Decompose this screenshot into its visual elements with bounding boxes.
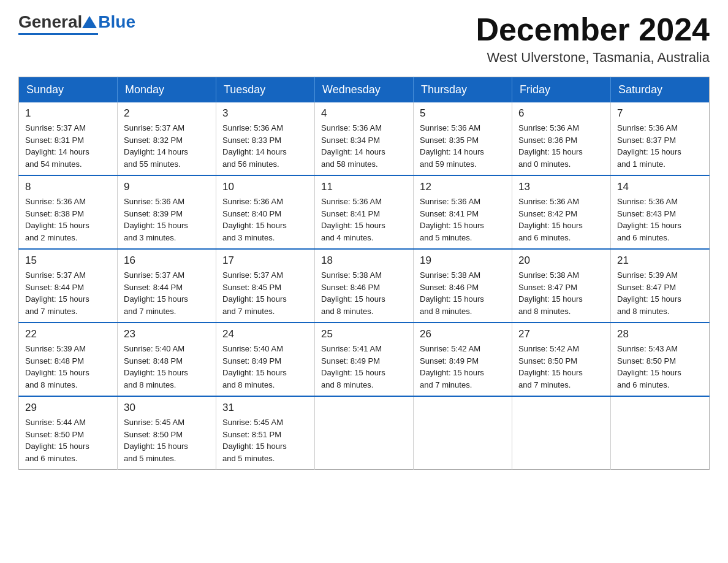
day-number: 28 (617, 328, 703, 340)
logo-blue-text: Blue (98, 12, 135, 32)
day-number: 20 (518, 255, 604, 267)
calendar-cell: 2Sunrise: 5:37 AMSunset: 8:32 PMDaylight… (118, 102, 216, 175)
calendar-cell: 12Sunrise: 5:36 AMSunset: 8:41 PMDayligh… (414, 175, 512, 249)
day-info: Sunrise: 5:36 AMSunset: 8:37 PMDaylight:… (617, 122, 703, 170)
day-info: Sunrise: 5:36 AMSunset: 8:41 PMDaylight:… (321, 196, 407, 243)
calendar-cell: 26Sunrise: 5:42 AMSunset: 8:49 PMDayligh… (414, 323, 512, 396)
calendar-cell: 10Sunrise: 5:36 AMSunset: 8:40 PMDayligh… (216, 175, 315, 249)
day-number: 12 (420, 181, 506, 193)
calendar-cell: 23Sunrise: 5:40 AMSunset: 8:48 PMDayligh… (118, 323, 216, 396)
day-info: Sunrise: 5:45 AMSunset: 8:50 PMDaylight:… (124, 416, 210, 464)
day-info: Sunrise: 5:36 AMSunset: 8:42 PMDaylight:… (518, 196, 604, 243)
day-info: Sunrise: 5:37 AMSunset: 8:45 PMDaylight:… (222, 269, 308, 317)
weekday-header-thursday: Thursday (414, 77, 512, 103)
day-info: Sunrise: 5:37 AMSunset: 8:44 PMDaylight:… (25, 269, 111, 317)
day-info: Sunrise: 5:38 AMSunset: 8:47 PMDaylight:… (518, 269, 604, 317)
calendar-cell: 11Sunrise: 5:36 AMSunset: 8:41 PMDayligh… (315, 175, 414, 249)
day-info: Sunrise: 5:44 AMSunset: 8:50 PMDaylight:… (25, 416, 111, 464)
weekday-header-monday: Monday (118, 77, 216, 103)
day-info: Sunrise: 5:42 AMSunset: 8:50 PMDaylight:… (518, 343, 604, 391)
calendar-cell: 14Sunrise: 5:36 AMSunset: 8:43 PMDayligh… (611, 175, 710, 249)
day-number: 18 (321, 255, 407, 267)
day-number: 14 (617, 181, 703, 193)
calendar-table: SundayMondayTuesdayWednesdayThursdayFrid… (18, 77, 710, 470)
day-number: 17 (222, 255, 308, 267)
calendar-cell: 27Sunrise: 5:42 AMSunset: 8:50 PMDayligh… (512, 323, 611, 396)
title-area: December 2024 West Ulverstone, Tasmania,… (476, 12, 710, 66)
day-number: 15 (25, 255, 111, 267)
day-number: 22 (25, 328, 111, 340)
calendar-week-row: 8Sunrise: 5:36 AMSunset: 8:38 PMDaylight… (19, 175, 710, 249)
day-info: Sunrise: 5:36 AMSunset: 8:41 PMDaylight:… (420, 196, 506, 243)
day-info: Sunrise: 5:40 AMSunset: 8:48 PMDaylight:… (124, 343, 210, 391)
day-number: 6 (518, 107, 604, 120)
calendar-cell: 21Sunrise: 5:39 AMSunset: 8:47 PMDayligh… (611, 249, 710, 323)
calendar-cell (315, 396, 414, 470)
day-number: 9 (124, 181, 210, 193)
day-number: 11 (321, 181, 407, 193)
day-number: 27 (518, 328, 604, 340)
calendar-cell: 16Sunrise: 5:37 AMSunset: 8:44 PMDayligh… (118, 249, 216, 323)
day-info: Sunrise: 5:39 AMSunset: 8:48 PMDaylight:… (25, 343, 111, 391)
weekday-header-wednesday: Wednesday (315, 77, 414, 103)
day-info: Sunrise: 5:36 AMSunset: 8:33 PMDaylight:… (222, 122, 308, 170)
day-info: Sunrise: 5:42 AMSunset: 8:49 PMDaylight:… (420, 343, 506, 391)
calendar-cell: 24Sunrise: 5:40 AMSunset: 8:49 PMDayligh… (216, 323, 315, 396)
calendar-cell: 25Sunrise: 5:41 AMSunset: 8:49 PMDayligh… (315, 323, 414, 396)
calendar-cell: 18Sunrise: 5:38 AMSunset: 8:46 PMDayligh… (315, 249, 414, 323)
day-info: Sunrise: 5:37 AMSunset: 8:32 PMDaylight:… (124, 122, 210, 170)
calendar-week-row: 15Sunrise: 5:37 AMSunset: 8:44 PMDayligh… (19, 249, 710, 323)
calendar-cell: 5Sunrise: 5:36 AMSunset: 8:35 PMDaylight… (414, 102, 512, 175)
day-info: Sunrise: 5:43 AMSunset: 8:50 PMDaylight:… (617, 343, 703, 391)
day-number: 5 (420, 107, 506, 120)
calendar-cell (611, 396, 710, 470)
calendar-cell: 31Sunrise: 5:45 AMSunset: 8:51 PMDayligh… (216, 396, 315, 470)
calendar-week-row: 1Sunrise: 5:37 AMSunset: 8:31 PMDaylight… (19, 102, 710, 175)
day-number: 16 (124, 255, 210, 267)
day-info: Sunrise: 5:37 AMSunset: 8:31 PMDaylight:… (25, 122, 111, 170)
day-number: 4 (321, 107, 407, 120)
logo: General Blue (18, 12, 135, 32)
day-number: 24 (222, 328, 308, 340)
calendar-cell: 7Sunrise: 5:36 AMSunset: 8:37 PMDaylight… (611, 102, 710, 175)
calendar-cell: 3Sunrise: 5:36 AMSunset: 8:33 PMDaylight… (216, 102, 315, 175)
day-info: Sunrise: 5:36 AMSunset: 8:43 PMDaylight:… (617, 196, 703, 243)
calendar-cell: 30Sunrise: 5:45 AMSunset: 8:50 PMDayligh… (118, 396, 216, 470)
calendar-cell: 19Sunrise: 5:38 AMSunset: 8:46 PMDayligh… (414, 249, 512, 323)
day-number: 30 (124, 402, 210, 414)
logo-area: General Blue (18, 12, 135, 35)
day-info: Sunrise: 5:36 AMSunset: 8:40 PMDaylight:… (222, 196, 308, 243)
day-number: 7 (617, 107, 703, 120)
day-number: 19 (420, 255, 506, 267)
logo-underline (18, 33, 98, 35)
day-number: 2 (124, 107, 210, 120)
calendar-cell: 8Sunrise: 5:36 AMSunset: 8:38 PMDaylight… (19, 175, 118, 249)
day-info: Sunrise: 5:45 AMSunset: 8:51 PMDaylight:… (222, 416, 308, 464)
day-number: 31 (222, 402, 308, 414)
day-number: 21 (617, 255, 703, 267)
header: General Blue December 2024 West Ulversto… (18, 12, 710, 66)
logo-triangle-icon (82, 16, 97, 28)
weekday-header-friday: Friday (512, 77, 611, 103)
day-info: Sunrise: 5:36 AMSunset: 8:39 PMDaylight:… (124, 196, 210, 243)
day-number: 1 (25, 107, 111, 120)
calendar-cell: 4Sunrise: 5:36 AMSunset: 8:34 PMDaylight… (315, 102, 414, 175)
logo-general-text: General (18, 12, 82, 32)
location-title: West Ulverstone, Tasmania, Australia (476, 50, 710, 66)
day-number: 26 (420, 328, 506, 340)
day-info: Sunrise: 5:40 AMSunset: 8:49 PMDaylight:… (222, 343, 308, 391)
weekday-header-sunday: Sunday (19, 77, 118, 103)
day-info: Sunrise: 5:36 AMSunset: 8:34 PMDaylight:… (321, 122, 407, 170)
day-number: 29 (25, 402, 111, 414)
weekday-header-row: SundayMondayTuesdayWednesdayThursdayFrid… (19, 77, 710, 103)
calendar-cell: 22Sunrise: 5:39 AMSunset: 8:48 PMDayligh… (19, 323, 118, 396)
day-info: Sunrise: 5:37 AMSunset: 8:44 PMDaylight:… (124, 269, 210, 317)
calendar-cell (512, 396, 611, 470)
calendar-cell: 28Sunrise: 5:43 AMSunset: 8:50 PMDayligh… (611, 323, 710, 396)
calendar-cell: 9Sunrise: 5:36 AMSunset: 8:39 PMDaylight… (118, 175, 216, 249)
day-number: 8 (25, 181, 111, 193)
day-info: Sunrise: 5:38 AMSunset: 8:46 PMDaylight:… (420, 269, 506, 317)
calendar-cell: 13Sunrise: 5:36 AMSunset: 8:42 PMDayligh… (512, 175, 611, 249)
month-title: December 2024 (476, 12, 710, 47)
weekday-header-saturday: Saturday (611, 77, 710, 103)
